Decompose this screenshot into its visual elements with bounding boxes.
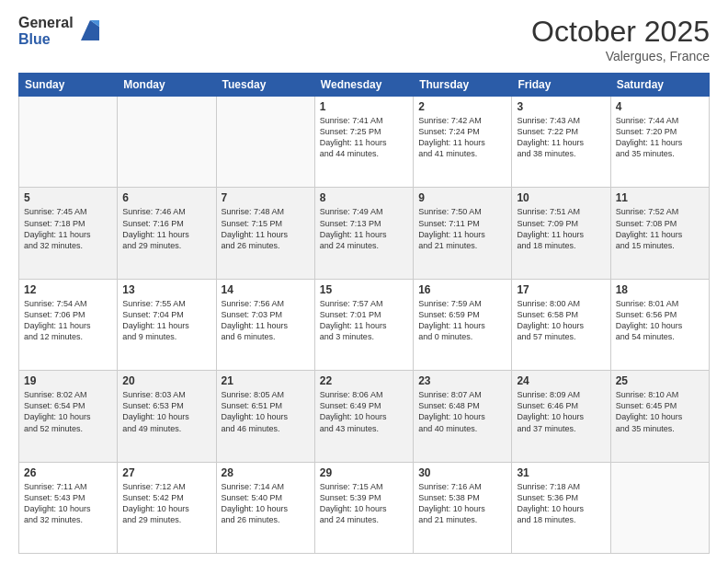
day-info: Sunrise: 8:00 AM Sunset: 6:58 PM Dayligh… (517, 298, 605, 343)
table-row: 12Sunrise: 7:54 AM Sunset: 7:06 PM Dayli… (19, 279, 118, 370)
calendar-week-row: 19Sunrise: 8:02 AM Sunset: 6:54 PM Dayli… (19, 371, 710, 462)
day-info: Sunrise: 7:48 AM Sunset: 7:15 PM Dayligh… (222, 206, 310, 251)
day-info: Sunrise: 7:44 AM Sunset: 7:20 PM Dayligh… (616, 115, 704, 160)
table-row: 9Sunrise: 7:50 AM Sunset: 7:11 PM Daylig… (414, 188, 512, 279)
day-info: Sunrise: 7:41 AM Sunset: 7:25 PM Dayligh… (320, 115, 408, 160)
day-info: Sunrise: 7:45 AM Sunset: 7:18 PM Dayligh… (24, 206, 112, 251)
table-row: 22Sunrise: 8:06 AM Sunset: 6:49 PM Dayli… (314, 371, 413, 462)
day-number: 20 (122, 374, 210, 387)
header: General Blue October 2025 Valergues, Fra… (18, 15, 710, 63)
day-number: 21 (222, 374, 310, 387)
day-info: Sunrise: 8:03 AM Sunset: 6:53 PM Dayligh… (122, 389, 210, 434)
day-number: 7 (222, 191, 310, 204)
day-info: Sunrise: 7:42 AM Sunset: 7:24 PM Dayligh… (418, 115, 506, 160)
day-number: 25 (616, 374, 704, 387)
day-info: Sunrise: 8:07 AM Sunset: 6:48 PM Dayligh… (418, 389, 506, 434)
table-row: 24Sunrise: 8:09 AM Sunset: 6:46 PM Dayli… (512, 371, 610, 462)
logo-icon (76, 17, 104, 45)
table-row: 2Sunrise: 7:42 AM Sunset: 7:24 PM Daylig… (414, 97, 512, 188)
table-row (216, 97, 314, 188)
header-thursday: Thursday (414, 74, 512, 97)
day-number: 3 (517, 100, 605, 113)
day-number: 6 (122, 191, 210, 204)
table-row: 1Sunrise: 7:41 AM Sunset: 7:25 PM Daylig… (314, 97, 413, 188)
day-info: Sunrise: 7:14 AM Sunset: 5:40 PM Dayligh… (222, 481, 310, 526)
table-row (19, 97, 118, 188)
day-info: Sunrise: 7:56 AM Sunset: 7:03 PM Dayligh… (222, 298, 310, 343)
calendar-week-row: 12Sunrise: 7:54 AM Sunset: 7:06 PM Dayli… (19, 279, 710, 370)
day-info: Sunrise: 7:49 AM Sunset: 7:13 PM Dayligh… (320, 206, 408, 251)
day-number: 10 (517, 191, 605, 204)
day-info: Sunrise: 7:52 AM Sunset: 7:08 PM Dayligh… (616, 206, 704, 251)
day-info: Sunrise: 7:18 AM Sunset: 5:36 PM Dayligh… (517, 481, 605, 526)
day-info: Sunrise: 8:01 AM Sunset: 6:56 PM Dayligh… (616, 298, 704, 343)
day-number: 23 (418, 374, 506, 387)
header-saturday: Saturday (610, 74, 709, 97)
day-info: Sunrise: 8:06 AM Sunset: 6:49 PM Dayligh… (320, 389, 408, 434)
table-row: 20Sunrise: 8:03 AM Sunset: 6:53 PM Dayli… (118, 371, 216, 462)
day-info: Sunrise: 8:05 AM Sunset: 6:51 PM Dayligh… (222, 389, 310, 434)
table-row: 5Sunrise: 7:45 AM Sunset: 7:18 PM Daylig… (19, 188, 118, 279)
day-info: Sunrise: 7:12 AM Sunset: 5:42 PM Dayligh… (122, 481, 210, 526)
day-number: 8 (320, 191, 408, 204)
day-number: 17 (517, 283, 605, 296)
table-row: 3Sunrise: 7:43 AM Sunset: 7:22 PM Daylig… (512, 97, 610, 188)
title-area: October 2025 Valergues, France (531, 15, 710, 63)
day-info: Sunrise: 8:09 AM Sunset: 6:46 PM Dayligh… (517, 389, 605, 434)
header-sunday: Sunday (19, 74, 118, 97)
calendar-week-row: 26Sunrise: 7:11 AM Sunset: 5:43 PM Dayli… (19, 462, 710, 553)
calendar-week-row: 1Sunrise: 7:41 AM Sunset: 7:25 PM Daylig… (19, 97, 710, 188)
table-row (610, 462, 709, 553)
day-number: 30 (418, 466, 506, 479)
table-row: 18Sunrise: 8:01 AM Sunset: 6:56 PM Dayli… (610, 279, 709, 370)
table-row: 11Sunrise: 7:52 AM Sunset: 7:08 PM Dayli… (610, 188, 709, 279)
table-row: 28Sunrise: 7:14 AM Sunset: 5:40 PM Dayli… (216, 462, 314, 553)
table-row: 23Sunrise: 8:07 AM Sunset: 6:48 PM Dayli… (414, 371, 512, 462)
table-row: 19Sunrise: 8:02 AM Sunset: 6:54 PM Dayli… (19, 371, 118, 462)
calendar-week-row: 5Sunrise: 7:45 AM Sunset: 7:18 PM Daylig… (19, 188, 710, 279)
table-row: 16Sunrise: 7:59 AM Sunset: 6:59 PM Dayli… (414, 279, 512, 370)
table-row (118, 97, 216, 188)
day-info: Sunrise: 7:59 AM Sunset: 6:59 PM Dayligh… (418, 298, 506, 343)
day-number: 18 (616, 283, 704, 296)
day-number: 24 (517, 374, 605, 387)
day-number: 11 (616, 191, 704, 204)
day-info: Sunrise: 7:55 AM Sunset: 7:04 PM Dayligh… (122, 298, 210, 343)
day-number: 28 (222, 466, 310, 479)
day-number: 13 (122, 283, 210, 296)
day-number: 1 (320, 100, 408, 113)
day-number: 2 (418, 100, 506, 113)
table-row: 27Sunrise: 7:12 AM Sunset: 5:42 PM Dayli… (118, 462, 216, 553)
calendar-table: Sunday Monday Tuesday Wednesday Thursday… (18, 73, 710, 554)
table-row: 4Sunrise: 7:44 AM Sunset: 7:20 PM Daylig… (610, 97, 709, 188)
day-number: 5 (24, 191, 112, 204)
location: Valergues, France (531, 49, 710, 63)
day-number: 15 (320, 283, 408, 296)
header-monday: Monday (118, 74, 216, 97)
page: General Blue October 2025 Valergues, Fra… (0, 0, 728, 563)
day-number: 9 (418, 191, 506, 204)
day-info: Sunrise: 8:10 AM Sunset: 6:45 PM Dayligh… (616, 389, 704, 434)
logo: General Blue (18, 15, 104, 47)
day-number: 27 (122, 466, 210, 479)
day-number: 31 (517, 466, 605, 479)
table-row: 17Sunrise: 8:00 AM Sunset: 6:58 PM Dayli… (512, 279, 610, 370)
table-row: 21Sunrise: 8:05 AM Sunset: 6:51 PM Dayli… (216, 371, 314, 462)
header-tuesday: Tuesday (216, 74, 314, 97)
table-row: 15Sunrise: 7:57 AM Sunset: 7:01 PM Dayli… (314, 279, 413, 370)
day-number: 14 (222, 283, 310, 296)
table-row: 14Sunrise: 7:56 AM Sunset: 7:03 PM Dayli… (216, 279, 314, 370)
day-info: Sunrise: 7:54 AM Sunset: 7:06 PM Dayligh… (24, 298, 112, 343)
day-number: 4 (616, 100, 704, 113)
table-row: 31Sunrise: 7:18 AM Sunset: 5:36 PM Dayli… (512, 462, 610, 553)
day-number: 12 (24, 283, 112, 296)
day-number: 16 (418, 283, 506, 296)
table-row: 25Sunrise: 8:10 AM Sunset: 6:45 PM Dayli… (610, 371, 709, 462)
day-number: 29 (320, 466, 408, 479)
table-row: 13Sunrise: 7:55 AM Sunset: 7:04 PM Dayli… (118, 279, 216, 370)
day-info: Sunrise: 7:46 AM Sunset: 7:16 PM Dayligh… (122, 206, 210, 251)
day-info: Sunrise: 8:02 AM Sunset: 6:54 PM Dayligh… (24, 389, 112, 434)
day-info: Sunrise: 7:57 AM Sunset: 7:01 PM Dayligh… (320, 298, 408, 343)
day-info: Sunrise: 7:11 AM Sunset: 5:43 PM Dayligh… (24, 481, 112, 526)
header-wednesday: Wednesday (314, 74, 413, 97)
